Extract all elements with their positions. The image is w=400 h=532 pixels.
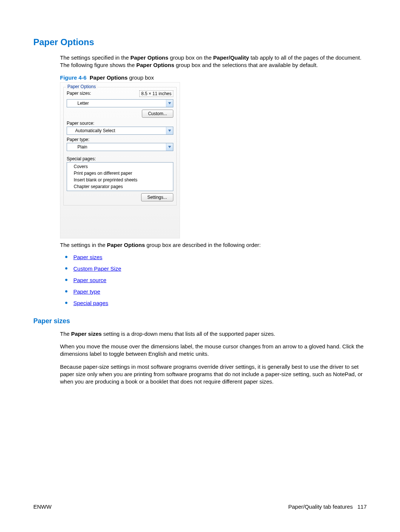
after-figure-paragraph: The settings in the Paper Options group … <box>60 241 367 249</box>
topics-list: Paper sizes Custom Paper Size Paper sour… <box>60 254 367 306</box>
paper-sizes-p1: The Paper sizes setting is a drop-down m… <box>60 330 367 338</box>
chevron-down-icon <box>166 100 173 107</box>
dimensions-toggle[interactable]: 8.5 × 11 inches <box>139 90 173 97</box>
section-heading-paper-sizes: Paper sizes <box>33 317 367 325</box>
p1-text: setting is a drop-down menu that lists a… <box>102 331 276 337</box>
footer-right: Paper/Quality tab features 117 <box>288 503 367 510</box>
list-item: Paper source <box>73 277 367 283</box>
paper-source-value: Automatically Select <box>67 128 166 133</box>
link-special-pages[interactable]: Special pages <box>73 300 108 306</box>
paper-sizes-p3: Because paper-size settings in most soft… <box>60 363 367 386</box>
paper-sizes-select[interactable]: Letter <box>67 99 173 107</box>
list-item[interactable]: Chapter separator pages <box>67 183 173 190</box>
list-item: Paper sizes <box>73 254 367 260</box>
paper-source-select[interactable]: Automatically Select <box>67 127 173 135</box>
intro-bold3: Paper Options <box>136 62 174 68</box>
page-title: Paper Options <box>33 37 367 47</box>
custom-button[interactable]: Custom... <box>142 110 173 118</box>
after-fig-text: The settings in the <box>60 242 107 248</box>
paper-type-select[interactable]: Plain <box>67 143 173 151</box>
link-paper-source[interactable]: Paper source <box>73 277 106 283</box>
figure-title-bold: Paper Options <box>90 74 128 81</box>
p1-bold: Paper sizes <box>71 331 102 337</box>
paper-type-value: Plain <box>67 144 166 150</box>
figure-title-rest: group box <box>128 74 154 81</box>
intro-text: The settings specified in the <box>60 54 130 61</box>
list-item: Special pages <box>73 300 367 306</box>
settings-button[interactable]: Settings... <box>141 193 173 201</box>
list-item[interactable]: Covers <box>67 163 173 170</box>
groupbox-legend: Paper Options <box>66 84 97 89</box>
link-custom-paper-size[interactable]: Custom Paper Size <box>73 265 121 272</box>
list-item[interactable]: Print pages on different paper <box>67 170 173 177</box>
paper-options-groupbox: Paper Options Paper sizes: 8.5 × 11 inch… <box>60 82 180 238</box>
paper-sizes-label: Paper sizes: <box>67 91 91 96</box>
intro-bold2: Paper/Quality <box>213 54 249 61</box>
chevron-down-icon <box>166 127 173 134</box>
link-paper-sizes[interactable]: Paper sizes <box>73 254 102 260</box>
intro-text: group box on the <box>169 54 213 61</box>
intro-text: group box and the selections that are av… <box>174 62 318 68</box>
footer-section: Paper/Quality tab features <box>288 503 353 510</box>
link-paper-type[interactable]: Paper type <box>73 288 100 295</box>
p1-text: The <box>60 331 71 337</box>
footer-page-number: 117 <box>357 503 367 510</box>
intro-bold1: Paper Options <box>130 54 169 61</box>
after-fig-bold: Paper Options <box>107 242 145 248</box>
figure-caption: Figure 4-6 Paper Options group box <box>60 74 367 81</box>
intro-paragraph: The settings specified in the Paper Opti… <box>60 54 367 69</box>
figure-number: Figure 4-6 <box>60 74 87 81</box>
paper-source-label: Paper source: <box>67 121 173 126</box>
list-item: Custom Paper Size <box>73 265 367 272</box>
footer-left: ENWW <box>33 503 51 510</box>
after-fig-text: group box are described in the following… <box>145 242 261 248</box>
paper-sizes-p2: When you move the mouse over the dimensi… <box>60 343 367 358</box>
special-pages-label: Special pages: <box>67 156 173 161</box>
list-item: Paper type <box>73 288 367 295</box>
paper-type-label: Paper type: <box>67 137 173 142</box>
special-pages-list[interactable]: Covers Print pages on different paper In… <box>67 162 173 191</box>
paper-sizes-value: Letter <box>67 101 166 106</box>
list-item[interactable]: Insert blank or preprinted sheets <box>67 177 173 183</box>
chevron-down-icon <box>166 143 173 151</box>
